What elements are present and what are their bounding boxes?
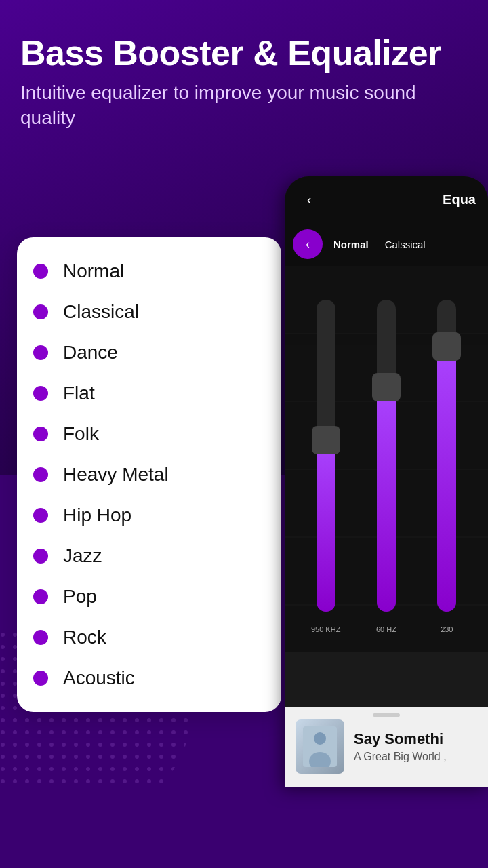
slider-thumb-3[interactable] [432, 332, 461, 361]
eq-tab-normal[interactable]: Normal [328, 236, 374, 253]
preset-dot [33, 386, 48, 401]
album-art [296, 719, 344, 774]
eq-tabs-row: ‹ Normal Calssical [285, 222, 488, 266]
mini-player-title: Say Somethi [354, 730, 477, 748]
slider-fill-2 [377, 387, 396, 612]
phone-header: ‹ Equa [285, 176, 488, 222]
preset-item-rock[interactable]: Rock [33, 617, 265, 658]
eq-tab-classical[interactable]: Calssical [380, 236, 431, 253]
preset-item-flat[interactable]: Flat [33, 373, 265, 414]
mini-player[interactable]: Say Somethi A Great Big World , [285, 707, 488, 787]
phone-mockup: ‹ Equa ‹ Normal Calssical [285, 176, 488, 787]
preset-label: Dance [63, 342, 118, 363]
preset-dot [33, 467, 48, 482]
preset-label: Normal [63, 260, 124, 282]
preset-label: Pop [63, 586, 97, 608]
preset-label: Heavy Metal [63, 464, 169, 486]
mini-player-info: Say Somethi A Great Big World , [354, 730, 477, 763]
slider-thumb-1[interactable] [312, 426, 340, 454]
preset-dot [33, 630, 48, 645]
slider-fill-1 [317, 440, 336, 612]
page-subtitle: Intuitive equalizer to improve your musi… [20, 81, 468, 130]
phone-body: ‹ Equa ‹ Normal Calssical [285, 176, 488, 787]
preset-item-classical[interactable]: Classical [33, 292, 265, 332]
preset-item-jazz[interactable]: Jazz [33, 536, 265, 576]
slider-230[interactable]: 230 [437, 300, 456, 612]
preset-label: Classical [63, 301, 139, 323]
preset-item-acoustic[interactable]: Acoustic [33, 658, 265, 698]
eq-sliders-area: 950 KHZ 60 HZ 230 [285, 266, 488, 652]
slider-label-2: 60 HZ [376, 625, 396, 633]
slider-label-1: 950 KHZ [311, 625, 340, 633]
preset-item-dance[interactable]: Dance [33, 332, 265, 373]
preset-item-folk[interactable]: Folk [33, 414, 265, 454]
drag-handle [373, 713, 400, 717]
preset-dot [33, 549, 48, 564]
slider-60hz[interactable]: 60 HZ [377, 300, 396, 612]
preset-item-pop[interactable]: Pop [33, 576, 265, 617]
preset-dot [33, 508, 48, 523]
preset-label: Flat [63, 382, 95, 404]
slider-950khz[interactable]: 950 KHZ [317, 300, 336, 612]
slider-label-3: 230 [441, 625, 453, 633]
eq-back-circle-btn[interactable]: ‹ [293, 229, 323, 259]
album-art-svg [303, 726, 337, 767]
slider-fill-3 [437, 347, 456, 612]
preset-item-normal[interactable]: Normal [33, 251, 265, 292]
header-section: Bass Booster & Equalizer Intuitive equal… [20, 34, 468, 130]
preset-label: Acoustic [63, 667, 135, 689]
page-title: Bass Booster & Equalizer [20, 34, 468, 73]
preset-dot [33, 304, 48, 319]
preset-dot [33, 264, 48, 279]
preset-dot [33, 345, 48, 360]
preset-dot [33, 427, 48, 441]
preset-dot [33, 671, 48, 686]
slider-thumb-2[interactable] [372, 373, 401, 401]
preset-item-hip-hop[interactable]: Hip Hop [33, 495, 265, 536]
phone-screen-title: Equa [321, 192, 476, 208]
sliders-container: 950 KHZ 60 HZ 230 [285, 279, 488, 652]
svg-point-8 [314, 732, 326, 745]
preset-label: Jazz [63, 545, 102, 567]
preset-item-heavy-metal[interactable]: Heavy Metal [33, 454, 265, 495]
preset-label: Hip Hop [63, 505, 131, 526]
preset-card: NormalClassicalDanceFlatFolkHeavy MetalH… [17, 237, 281, 712]
preset-list: NormalClassicalDanceFlatFolkHeavy MetalH… [33, 251, 265, 698]
preset-label: Folk [63, 423, 99, 445]
preset-label: Rock [63, 627, 106, 648]
mini-player-artist: A Great Big World , [354, 751, 477, 763]
phone-back-button[interactable]: ‹ [297, 187, 321, 212]
preset-dot [33, 589, 48, 604]
